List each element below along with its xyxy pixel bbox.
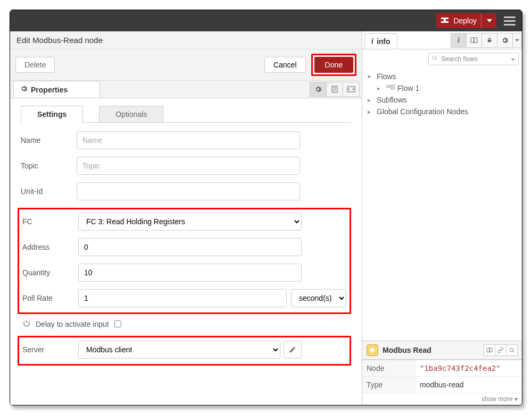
search-icon	[432, 55, 438, 63]
tab-icon-gear[interactable]	[310, 82, 327, 97]
chevron-right-icon: ▸	[368, 97, 374, 104]
info-type-label: Type	[362, 377, 415, 393]
address-input[interactable]	[78, 238, 302, 256]
topic-label: Topic	[21, 162, 77, 170]
svg-line-15	[389, 86, 392, 87]
flow-icon	[386, 84, 395, 92]
subtab-settings[interactable]: Settings	[21, 106, 83, 123]
sidebar-btn-debug[interactable]	[481, 33, 497, 48]
tree-subflows-label: Subflows	[377, 96, 407, 104]
svg-rect-12	[386, 86, 389, 87]
sidebar-btn-config[interactable]	[497, 33, 513, 48]
info-node-value: "1ba9c743f2c4fea2"	[415, 360, 522, 376]
topic-input[interactable]	[77, 157, 300, 175]
delete-button[interactable]: Delete	[15, 57, 55, 73]
svg-line-11	[436, 59, 437, 60]
tab-properties[interactable]: Properties	[13, 81, 100, 98]
address-label: Address	[22, 243, 78, 251]
node-help-button[interactable]	[484, 344, 495, 356]
svg-point-8	[348, 89, 350, 90]
server-edit-button[interactable]	[284, 341, 302, 359]
unitid-label: Unit-Id	[21, 187, 77, 196]
tab-icon-doc[interactable]	[326, 82, 343, 97]
tree-flows[interactable]: ▾ Flows	[368, 71, 517, 82]
sidebar-btn-info[interactable]: i	[451, 33, 467, 48]
tree-flows-label: Flows	[377, 72, 396, 81]
node-badge-icon: ✱	[367, 344, 378, 356]
quantity-input[interactable]	[78, 264, 302, 282]
sidebar-tab-label: info	[377, 37, 390, 46]
deploy-icon	[440, 16, 449, 26]
chevron-down-icon[interactable]	[481, 13, 492, 28]
sidebar: i info i	[362, 31, 522, 405]
search-placeholder: Search flows	[441, 55, 478, 63]
svg-rect-1	[441, 21, 448, 23]
subtab-optionals[interactable]: Optionals	[99, 106, 163, 123]
topbar: Deploy	[10, 10, 522, 31]
chevron-down-icon: ▾	[368, 73, 374, 80]
pollrate-unit-select[interactable]: second(s)	[291, 289, 346, 307]
fc-label: FC	[22, 217, 78, 226]
tree-global-label: Global Configuration Nodes	[377, 107, 468, 116]
svg-rect-0	[441, 18, 448, 19]
fc-highlight: FC FC 3: Read Holding Registers Address …	[18, 208, 351, 314]
pollrate-input[interactable]	[78, 289, 287, 307]
tree-global-config[interactable]: ▸ Global Configuration Nodes	[368, 106, 517, 117]
sidebar-tab-info[interactable]: i info	[364, 33, 397, 49]
fc-select[interactable]: FC 3: Read Holding Registers	[78, 213, 302, 231]
node-search-button[interactable]	[506, 344, 518, 356]
chevron-right-icon: ▸	[368, 108, 374, 115]
server-select[interactable]: Modbus client	[78, 341, 280, 359]
svg-line-16	[389, 87, 392, 89]
tab-properties-label: Properties	[31, 86, 68, 94]
svg-point-9	[353, 89, 354, 90]
editor-panel: Edit Modbus-Read node Delete Cancel Done…	[10, 31, 362, 405]
sidebar-btn-help[interactable]	[466, 33, 482, 48]
svg-rect-13	[392, 84, 395, 86]
server-highlight: Server Modbus client	[18, 336, 351, 366]
chevron-down-icon	[511, 55, 515, 63]
delay-checkbox[interactable]	[114, 320, 121, 327]
delay-label: Delay to activate input	[36, 320, 109, 328]
quantity-label: Quantity	[22, 268, 78, 277]
info-node-label: Node	[362, 360, 415, 376]
power-icon	[23, 319, 30, 328]
unitid-input[interactable]	[77, 182, 300, 200]
svg-point-10	[433, 56, 436, 59]
deploy-button[interactable]: Deploy	[436, 13, 496, 28]
info-type-value: modbus-read	[415, 377, 522, 393]
pollrate-label: Poll Rate	[22, 294, 78, 302]
server-label: Server	[22, 345, 78, 354]
search-input[interactable]: Search flows	[428, 53, 519, 65]
gear-icon	[20, 85, 28, 94]
cancel-button[interactable]: Cancel	[264, 57, 306, 73]
info-icon: i	[371, 37, 373, 46]
svg-rect-14	[392, 88, 395, 89]
tree-subflows[interactable]: ▸ Subflows	[368, 94, 517, 106]
tree-flow-1-label: Flow 1	[397, 84, 419, 92]
deploy-label: Deploy	[453, 16, 477, 25]
name-input[interactable]	[77, 131, 300, 149]
node-link-button[interactable]	[495, 344, 506, 356]
done-highlight: Done	[311, 54, 356, 76]
svg-point-17	[510, 348, 513, 351]
tab-icon-appearance[interactable]	[343, 82, 360, 97]
sidebar-btn-more[interactable]	[512, 33, 522, 48]
show-more-button[interactable]: show more ▾	[362, 393, 522, 405]
done-button[interactable]: Done	[314, 57, 353, 73]
svg-line-18	[512, 351, 513, 352]
tree-flow-1[interactable]: ▸ Flow 1	[368, 82, 517, 94]
chevron-right-icon: ▸	[377, 85, 384, 92]
menu-button[interactable]	[504, 16, 516, 26]
node-title: Modbus Read	[383, 346, 480, 354]
svg-rect-2	[444, 19, 446, 21]
name-label: Name	[21, 136, 77, 145]
editor-title: Edit Modbus-Read node	[10, 31, 362, 49]
